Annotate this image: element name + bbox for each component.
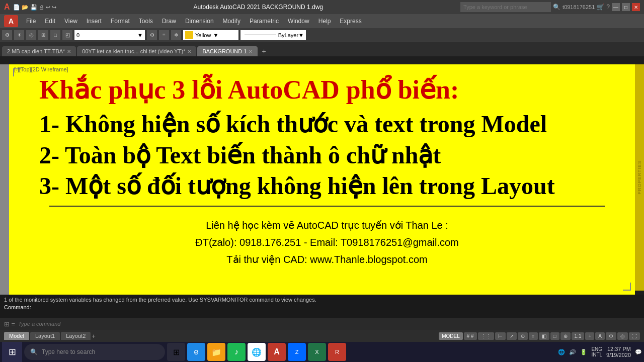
status-annotation-icon[interactable]: A <box>595 332 605 340</box>
redo-icon[interactable]: ↪ <box>52 4 56 11</box>
layout-tab-layout1[interactable]: Layout1 <box>30 332 60 340</box>
linetype-dropdown[interactable]: ByLayer ▼ <box>240 30 306 40</box>
autocad-menu-logo[interactable]: A <box>4 15 18 27</box>
tab-close-icon[interactable]: ✕ <box>187 49 191 54</box>
titlebar: A 📄 📂 💾 🖨 ↩ ↪ Autodesk AutoCAD 2021 BACK… <box>0 0 644 14</box>
sysvar-message: 1 of the monitored system variables has … <box>4 296 640 304</box>
tab-close-icon[interactable]: ✕ <box>67 49 71 54</box>
titlebar-right: 🔍 t0918176251 🛒 ? — □ ✕ <box>460 2 640 12</box>
toolbar-btn-2[interactable]: ☀ <box>14 30 24 40</box>
command-input[interactable] <box>18 321 169 327</box>
properties-strip[interactable]: PROPERTIES <box>635 64 644 291</box>
status-grid-icon[interactable]: # # <box>464 332 477 340</box>
volume-icon[interactable]: 🔊 <box>569 349 576 355</box>
status-lineweight-icon[interactable]: ≡ <box>529 332 538 340</box>
tab-mb-cap-dien[interactable]: 2.MB cap dien TT-TBA* ✕ <box>2 46 76 56</box>
tab-add-button[interactable]: + <box>259 46 269 56</box>
status-model-btn[interactable]: MODEL <box>439 332 463 340</box>
menu-file[interactable]: File <box>22 16 40 26</box>
battery-icon[interactable]: 🔋 <box>580 349 587 355</box>
status-snap-icon[interactable]: ⋮⋮ <box>478 332 494 340</box>
help-icon[interactable]: ? <box>606 4 610 11</box>
zalo-icon[interactable]: Z <box>288 343 306 361</box>
menu-express[interactable]: Express <box>336 16 365 26</box>
status-selection-icon[interactable]: □ <box>550 332 559 340</box>
plot-icon[interactable]: 🖨 <box>39 4 44 11</box>
layout-tab-add-button[interactable]: + <box>92 332 96 340</box>
undo-icon[interactable]: ↩ <box>46 4 50 11</box>
menu-draw[interactable]: Draw <box>158 16 180 26</box>
color-dropdown[interactable]: Yellow ▼ <box>183 30 238 40</box>
new-icon[interactable]: 📄 <box>13 4 20 11</box>
status-plus-icon[interactable]: + <box>585 332 594 340</box>
status-gizmo-icon[interactable]: ⊕ <box>560 332 571 340</box>
spotify-icon[interactable]: ♪ <box>227 343 246 361</box>
menu-modify[interactable]: Modify <box>219 16 245 26</box>
menu-parametric[interactable]: Parametric <box>246 16 283 26</box>
network-icon[interactable]: 🌐 <box>558 349 565 355</box>
status-transparency-icon[interactable]: ◧ <box>539 332 549 340</box>
chrome-icon[interactable]: 🌐 <box>248 343 266 361</box>
tab-00yt[interactable]: 00YT ket ca kien truc... chi tiet (video… <box>77 46 196 56</box>
menu-tools[interactable]: Tools <box>135 16 157 26</box>
keyword-search-input[interactable] <box>460 2 551 12</box>
taskview-icon[interactable]: ⊞ <box>167 343 185 361</box>
drawing-area[interactable]: [-][Top][2D Wireframe] Khắc phục 3 lỗi A… <box>9 64 635 295</box>
search-icon[interactable]: 🔍 <box>553 4 560 11</box>
color-chevron-icon: ▼ <box>213 32 218 38</box>
minimize-button[interactable]: — <box>612 3 620 11</box>
menu-edit[interactable]: Edit <box>41 16 59 26</box>
menu-view[interactable]: View <box>60 16 82 26</box>
status-ortho-icon[interactable]: ⊢ <box>495 332 506 340</box>
maximize-button[interactable]: □ <box>622 3 630 11</box>
command-icons: ⊞ = <box>4 320 15 328</box>
layer-dropdown[interactable]: 0 ▼ <box>74 30 145 40</box>
command-input-area[interactable]: ⊞ = <box>0 318 644 330</box>
cart-icon[interactable]: 🛒 <box>597 4 604 11</box>
layer-chevron-icon: ▼ <box>137 32 143 38</box>
layer-match-icon[interactable]: ≡ <box>159 30 169 40</box>
toolbar-row: ⚙ ☀ ◎ ⊞ □ ◰ 0 ▼ ⚙ ≡ ❄ Yellow ▼ ByLayer ▼ <box>0 28 644 42</box>
excel-icon[interactable]: X <box>308 343 326 361</box>
folder-icon[interactable]: 📁 <box>207 343 225 361</box>
menu-dimension[interactable]: Dimension <box>181 16 218 26</box>
status-scale-label[interactable]: 1:1 <box>572 332 585 340</box>
status-osnap-icon[interactable]: ⊙ <box>518 332 528 340</box>
toolbar-btn-5[interactable]: □ <box>50 30 60 40</box>
toolbar-btn-1[interactable]: ⚙ <box>2 30 12 40</box>
tab-close-icon[interactable]: ✕ <box>249 49 253 54</box>
layout-tab-model[interactable]: Model <box>4 332 29 340</box>
properties-strip-label: PROPERTIES <box>637 160 642 195</box>
tab-label: 00YT ket ca kien truc... chi tiet (video… <box>82 48 185 54</box>
unknown-app-icon[interactable]: R <box>328 343 346 361</box>
menu-window[interactable]: Window <box>284 16 313 26</box>
toolbar-btn-6[interactable]: ◰ <box>62 30 72 40</box>
menu-format[interactable]: Format <box>107 16 134 26</box>
status-fullscreen-icon[interactable]: ⛶ <box>629 332 640 340</box>
layer-value: 0 <box>76 32 79 38</box>
windows-start-button[interactable]: ⊞ <box>2 342 22 362</box>
corner-bracket-br <box>623 283 631 291</box>
layout-tab-layout2[interactable]: Layout2 <box>61 332 91 340</box>
windows-search-box[interactable]: 🔍 Type here to search <box>24 344 165 360</box>
layer-settings-icon[interactable]: ⚙ <box>147 30 157 40</box>
menu-insert[interactable]: Insert <box>83 16 106 26</box>
toolbar-btn-3[interactable]: ◎ <box>26 30 36 40</box>
tab-background1[interactable]: BACKGROUND 1 ✕ <box>197 46 258 56</box>
status-polar-icon[interactable]: ↗ <box>507 332 517 340</box>
edge-icon[interactable]: e <box>187 343 205 361</box>
toolbar-btn-4[interactable]: ⊞ <box>38 30 48 40</box>
menu-help[interactable]: Help <box>314 16 335 26</box>
system-clock[interactable]: 12:37 PM 9/19/2020 <box>606 346 631 358</box>
close-button[interactable]: ✕ <box>632 3 640 11</box>
save-icon[interactable]: 💾 <box>30 4 37 11</box>
status-isolate-icon[interactable]: ◎ <box>617 332 628 340</box>
open-icon[interactable]: 📂 <box>22 4 29 11</box>
clock-date: 9/19/2020 <box>606 352 631 358</box>
notification-icon[interactable]: 💬 <box>635 349 642 355</box>
status-workspace-icon[interactable]: ⚙ <box>606 332 616 340</box>
layer-freeze-icon[interactable]: ❄ <box>171 30 181 40</box>
user-account[interactable]: t0918176251 <box>562 4 595 10</box>
search-icon: 🔍 <box>30 348 38 355</box>
autocad-taskbar-icon[interactable]: A <box>268 343 286 361</box>
